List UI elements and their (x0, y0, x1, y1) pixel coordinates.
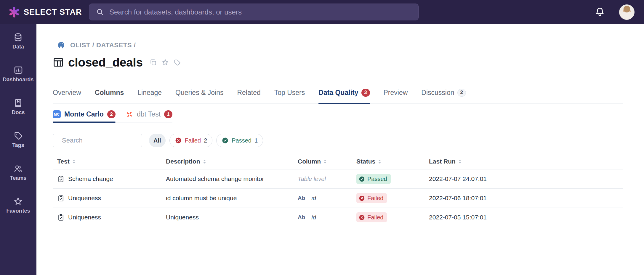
tab-overview[interactable]: Overview (53, 88, 81, 103)
tab-related[interactable]: Related (237, 88, 260, 103)
global-search[interactable] (89, 4, 419, 20)
status-badge: Passed (356, 174, 391, 184)
tag-icon[interactable] (174, 59, 181, 66)
app-root: SELECT STAR Data (0, 0, 644, 275)
sidebar-item-label: Data (12, 44, 24, 50)
filter-all-label: All (153, 137, 161, 144)
filter-failed-count: 2 (204, 137, 207, 144)
sort-icon[interactable] (378, 160, 381, 164)
tab-label: Top Users (274, 88, 305, 97)
topbar-right (594, 0, 635, 24)
tab-columns[interactable]: Columns (95, 88, 124, 103)
test-cell: Schema change (53, 175, 161, 183)
title-actions (149, 59, 181, 66)
sidebar-item-label: Teams (10, 175, 27, 181)
sidebar-item-docs[interactable]: Docs (12, 98, 25, 116)
discussion-count-badge: 2 (457, 89, 466, 97)
description-cell: Automated schema change monitor (161, 175, 293, 182)
star-icon (13, 197, 23, 206)
sort-icon[interactable] (458, 160, 462, 164)
sort-icon[interactable] (72, 160, 76, 164)
clipboard-check-icon (57, 175, 65, 183)
favorite-star-icon[interactable] (161, 59, 169, 66)
sidebar-item-tags[interactable]: Tags (12, 131, 24, 148)
table-row[interactable]: Schema change Automated schema change mo… (53, 169, 623, 189)
copy-icon[interactable] (149, 59, 157, 66)
notifications-bell-icon[interactable] (594, 7, 605, 18)
sidebar-item-label: Tags (12, 142, 24, 148)
tab-label: Preview (384, 88, 408, 97)
column-header-status[interactable]: Status (352, 158, 424, 165)
postgresql-icon (57, 41, 65, 49)
breadcrumb-path[interactable]: OLIST / DATASETS / (70, 41, 136, 49)
filter-failed-label: Failed (185, 137, 201, 144)
clipboard-check-icon (57, 214, 65, 221)
status-cell: Failed (352, 212, 424, 222)
sort-icon[interactable] (323, 160, 327, 164)
sort-icon[interactable] (203, 160, 206, 164)
table-row[interactable]: Uniqueness id column must be unique Abid… (53, 189, 623, 208)
tab-label: Overview (53, 88, 81, 97)
dbt-icon (126, 111, 133, 118)
sidebar-item-label: Dashboards (3, 77, 33, 83)
tab-discussion[interactable]: Discussion 2 (421, 88, 466, 103)
filter-passed-label: Passed (232, 137, 251, 144)
tab-label: Discussion (421, 88, 454, 97)
filter-all-pill[interactable]: All (149, 134, 166, 147)
column-header-description[interactable]: Description (161, 158, 293, 165)
status-badge: Failed (356, 193, 387, 203)
title-row: closed_deals (53, 55, 623, 70)
tab-label: Lineage (137, 88, 162, 97)
tab-label: Columns (95, 88, 124, 97)
tab-data-quality[interactable]: Data Quality 3 (318, 88, 370, 103)
status-filter-pills: All Failed 2 (149, 134, 263, 147)
sidebar-item-data[interactable]: Data (12, 33, 24, 50)
sidebar-item-teams[interactable]: Teams (10, 164, 27, 181)
sidebar-item-favorites[interactable]: Favorites (6, 197, 30, 214)
check-circle-icon (359, 176, 365, 182)
x-circle-icon (359, 195, 365, 201)
dbt-test-count-badge: 1 (164, 110, 172, 118)
status-cell: Failed (352, 193, 424, 203)
tab-queries-joins[interactable]: Queries & Joins (175, 88, 223, 103)
test-search-box[interactable] (53, 134, 142, 147)
tab-top-users[interactable]: Top Users (274, 88, 305, 103)
text-type-icon: Ab (298, 214, 305, 221)
subtab-bar: MC Monte Carlo 2 (53, 110, 172, 122)
topbar: SELECT STAR (0, 0, 644, 24)
subtab-label: dbt Test (137, 110, 161, 118)
status-badge: Failed (356, 212, 387, 222)
subtab-dbt-test[interactable]: dbt Test 1 (116, 110, 172, 122)
brand[interactable]: SELECT STAR (0, 7, 82, 17)
tab-preview[interactable]: Preview (384, 88, 408, 103)
tab-lineage[interactable]: Lineage (137, 88, 162, 103)
data-quality-count-badge: 3 (361, 89, 370, 97)
test-cell: Uniqueness (53, 195, 161, 202)
monte-carlo-icon: MC (53, 110, 61, 118)
last-run-cell: 2022-07-05 15:07:01 (424, 214, 623, 221)
subtab-monte-carlo[interactable]: MC Monte Carlo 2 (53, 110, 116, 122)
description-cell: id column must be unique (161, 195, 293, 202)
filter-passed-pill[interactable]: Passed 1 (216, 134, 263, 147)
description-cell: Uniqueness (161, 214, 293, 221)
test-search-input[interactable] (62, 137, 147, 144)
sidebar-item-label: Docs (12, 109, 25, 116)
docs-icon (13, 98, 23, 108)
filter-failed-pill[interactable]: Failed 2 (169, 134, 213, 147)
column-header-column[interactable]: Column (293, 158, 352, 165)
x-circle-icon (359, 214, 365, 221)
page-title: closed_deals (68, 56, 143, 69)
table-row[interactable]: Uniqueness Uniqueness Abid Failed (53, 208, 623, 227)
column-cell: Abid (293, 195, 352, 202)
column-header-test[interactable]: Test (53, 158, 161, 165)
user-avatar[interactable] (619, 4, 635, 20)
subtab-label: Monte Carlo (64, 110, 104, 118)
tab-label: Queries & Joins (175, 88, 223, 97)
column-header-last-run[interactable]: Last Run (424, 158, 623, 165)
sidebar-item-dashboards[interactable]: Dashboards (3, 65, 33, 83)
global-search-input[interactable] (109, 8, 414, 16)
table-icon (53, 57, 64, 68)
dashboard-icon (14, 65, 23, 75)
database-icon (13, 33, 23, 42)
check-circle-icon (222, 137, 229, 144)
